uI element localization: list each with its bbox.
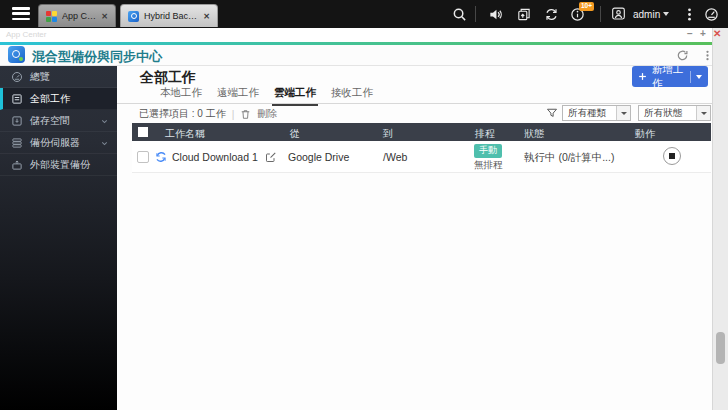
type-filter-value: 所有種類 <box>563 107 616 120</box>
sidebar-item-label: 儲存空間 <box>30 114 70 128</box>
column-header-action: 動作 <box>635 127 655 141</box>
background-window-strip <box>0 28 712 42</box>
job-from: Google Drive <box>288 151 349 163</box>
app-title: 混合型備份與同步中心 <box>32 48 162 66</box>
chevron-down-icon <box>696 106 710 120</box>
cloud-sync-job-icon <box>154 150 168 164</box>
volume-icon[interactable] <box>488 7 503 22</box>
sidebar-item-storage[interactable]: 儲存空間 <box>0 110 117 132</box>
divider <box>475 6 476 22</box>
chevron-down-icon <box>616 106 630 120</box>
schedule-badge: 手動 <box>474 144 502 158</box>
background-tasks-icon[interactable] <box>516 7 531 22</box>
new-job-button[interactable]: 新增工作 <box>632 66 708 87</box>
close-icon[interactable]: ✕ <box>203 12 210 21</box>
more-options-icon[interactable] <box>682 7 697 22</box>
maximize-button[interactable]: + <box>700 28 706 40</box>
column-header-schedule: 排程 <box>475 127 495 141</box>
close-window-button[interactable]: ✕ <box>713 28 721 40</box>
selection-summary: 已選擇項目 : 0 工作 <box>139 107 226 121</box>
hybrid-backup-sync-icon <box>128 11 139 22</box>
table-header: 工作名稱 從 到 排程 狀態 動作 <box>132 123 711 141</box>
column-header-to: 到 <box>383 127 393 141</box>
refresh-icon[interactable] <box>676 49 689 62</box>
chevron-down-icon[interactable] <box>696 75 702 79</box>
chevron-down-icon[interactable] <box>100 139 109 148</box>
sidebar-item-all-jobs[interactable]: 全部工作 <box>0 88 117 110</box>
trash-icon[interactable] <box>240 109 251 120</box>
job-name[interactable]: Cloud Download 1 <box>172 151 258 163</box>
schedule-text: 無排程 <box>474 159 503 172</box>
main-content: 全部工作 新增工作 本地工作 遠端工作 雲端工作 接收工作 已選擇項目 : 0 … <box>117 66 712 410</box>
column-header-status: 狀態 <box>524 127 544 141</box>
sidebar-item-label: 總覽 <box>30 70 50 84</box>
divider: | <box>232 109 235 120</box>
close-icon[interactable]: ✕ <box>101 12 108 21</box>
divider <box>117 103 712 104</box>
notification-badge: 10+ <box>579 2 594 11</box>
divider <box>690 71 691 83</box>
scrollbar-thumb[interactable] <box>716 332 725 364</box>
qts-desktop: App Center ✕ Hybrid Backup Sync... ✕ 10+ <box>0 0 728 410</box>
divider <box>600 6 601 22</box>
edit-icon[interactable] <box>265 151 277 163</box>
search-icon[interactable] <box>452 7 467 22</box>
stop-job-button[interactable] <box>663 147 681 165</box>
selection-toolbar: 已選擇項目 : 0 工作 | 刪除 <box>139 107 277 121</box>
sidebar-item-label: 全部工作 <box>30 92 70 106</box>
gauge-icon <box>11 71 23 83</box>
main-menu-icon[interactable] <box>12 7 30 21</box>
notifications-icon[interactable]: 10+ <box>570 7 585 22</box>
user-menu[interactable]: admin <box>633 9 660 20</box>
user-icon[interactable] <box>611 6 626 21</box>
job-to: /Web <box>383 151 407 163</box>
scrollbar-track[interactable] <box>712 28 728 410</box>
server-icon <box>11 137 23 149</box>
app-center-icon <box>46 11 57 22</box>
jobs-list-icon <box>11 93 23 105</box>
chevron-down-icon[interactable] <box>100 117 109 126</box>
minimize-button[interactable]: − <box>687 28 693 40</box>
column-header-from: 從 <box>290 127 300 141</box>
sync-status-icon[interactable] <box>544 7 559 22</box>
row-checkbox[interactable] <box>137 151 149 163</box>
sidebar-item-label: 外部裝置備份 <box>30 158 90 172</box>
dashboard-icon[interactable] <box>704 7 719 22</box>
external-device-icon <box>11 159 23 171</box>
hybrid-backup-sync-app-icon <box>8 46 25 63</box>
chevron-down-icon <box>663 12 669 16</box>
table-row: Cloud Download 1 Google Drive /Web 手動 無排… <box>132 141 711 173</box>
stop-icon <box>669 153 675 159</box>
app-header: 混合型備份與同步中心 <box>0 45 712 66</box>
sidebar: 總覽 全部工作 儲存空間 備份伺服器 <box>0 66 117 410</box>
page-title: 全部工作 <box>140 69 196 87</box>
select-all-checkbox[interactable] <box>138 127 148 137</box>
type-filter-select[interactable]: 所有種類 <box>562 105 631 121</box>
column-header-name: 工作名稱 <box>165 127 205 141</box>
sidebar-item-label: 備份伺服器 <box>30 136 80 150</box>
delete-button[interactable]: 刪除 <box>257 107 277 121</box>
tab-label: App Center <box>62 11 96 21</box>
plus-icon <box>638 72 647 81</box>
sidebar-item-backup-server[interactable]: 備份伺服器 <box>0 132 117 154</box>
taskbar-tab-hybrid-backup-sync[interactable]: Hybrid Backup Sync... ✕ <box>120 4 218 27</box>
new-job-label: 新增工作 <box>652 63 690 91</box>
storage-icon <box>11 115 23 127</box>
sidebar-item-external-device-backup[interactable]: 外部裝置備份 <box>0 154 117 176</box>
status-filter-value: 所有狀態 <box>639 107 696 120</box>
taskbar-tab-app-center[interactable]: App Center ✕ <box>38 4 116 27</box>
tab-label: Hybrid Backup Sync... <box>144 11 198 21</box>
sidebar-item-overview[interactable]: 總覽 <box>0 66 117 88</box>
filter-icon[interactable] <box>546 107 558 119</box>
top-bar: App Center ✕ Hybrid Backup Sync... ✕ 10+ <box>0 0 728 28</box>
job-status: 執行中 (0/計算中...) <box>524 151 614 165</box>
background-window-title: App Center <box>6 30 46 39</box>
job-schedule: 手動 無排程 <box>474 144 503 172</box>
status-filter-select[interactable]: 所有狀態 <box>638 105 711 121</box>
